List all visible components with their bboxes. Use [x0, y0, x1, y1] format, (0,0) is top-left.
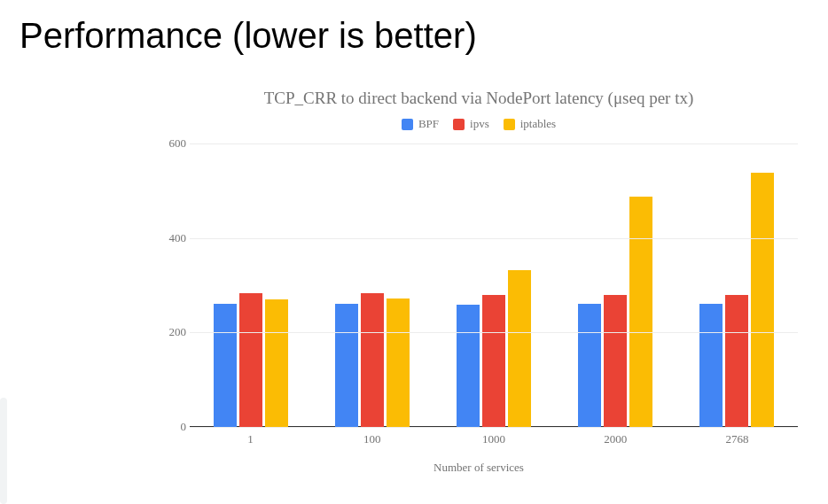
legend-item-bpf: BPF: [402, 117, 439, 131]
legend-swatch-ipvs: [453, 119, 465, 130]
bar-ipvs: [725, 295, 748, 427]
y-tick-label: 400: [151, 231, 186, 245]
category-label: 2768: [676, 432, 798, 446]
gridline: [190, 427, 798, 428]
bar-group: 1: [190, 293, 311, 427]
gridline: [190, 143, 798, 144]
decorative-sidebar-edge: [0, 398, 7, 504]
chart-plot-area: 1100100020002768 0200400600: [190, 143, 798, 427]
bar-iptables: [629, 197, 652, 427]
legend-item-iptables: iptables: [504, 117, 556, 131]
category-label: 2000: [555, 432, 676, 446]
legend-label: iptables: [520, 117, 556, 131]
category-label: 1000: [433, 432, 554, 446]
bar-ipvs: [239, 293, 262, 427]
gridline: [190, 238, 798, 239]
bar-bpf: [699, 304, 723, 427]
bar-ipvs: [482, 295, 505, 427]
bar-group: 1000: [433, 270, 554, 427]
bar-group: 2768: [676, 173, 798, 427]
bar-bpf: [335, 304, 358, 427]
legend-swatch-bpf: [402, 119, 413, 130]
category-label: 100: [311, 432, 433, 446]
bar-bpf: [578, 304, 601, 427]
chart-legend: BPF ipvs iptables: [151, 117, 807, 131]
x-axis-label: Number of services: [151, 461, 807, 475]
page-title: Performance (lower is better): [0, 0, 828, 56]
y-tick-label: 200: [151, 325, 186, 339]
legend-label: ipvs: [470, 117, 489, 131]
chart-container: TCP_CRR to direct backend via NodePort l…: [151, 89, 807, 475]
bar-ipvs: [361, 293, 384, 427]
legend-label: BPF: [418, 117, 439, 131]
bar-iptables: [751, 173, 774, 427]
bar-iptables: [508, 270, 531, 427]
y-tick-label: 0: [151, 420, 186, 434]
category-label: 1: [190, 432, 311, 446]
bar-group: 2000: [555, 197, 676, 427]
bar-ipvs: [604, 295, 627, 427]
bar-bpf: [457, 305, 480, 427]
gridline: [190, 332, 798, 333]
chart-title: TCP_CRR to direct backend via NodePort l…: [151, 89, 807, 108]
legend-item-ipvs: ipvs: [453, 117, 489, 131]
legend-swatch-iptables: [504, 119, 515, 130]
bar-groups: 1100100020002768: [190, 143, 798, 427]
bar-group: 100: [311, 293, 433, 427]
bar-iptables: [387, 299, 410, 427]
y-tick-label: 600: [151, 136, 186, 151]
bar-iptables: [265, 299, 288, 427]
bar-bpf: [214, 304, 237, 427]
